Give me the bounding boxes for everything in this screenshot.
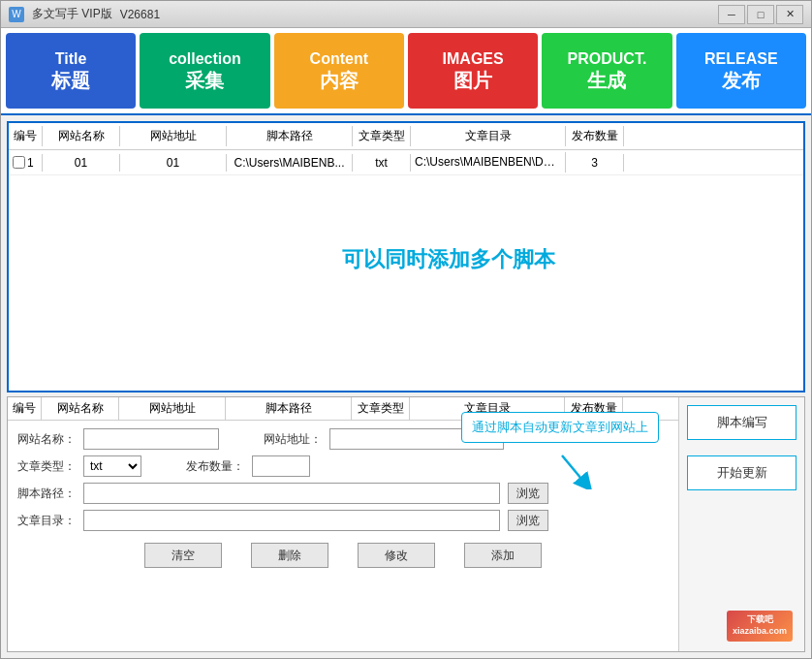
right-panel: 脚本编写 开始更新 下载吧xiazaiba.com bbox=[678, 397, 804, 651]
row-url: 01 bbox=[120, 154, 227, 172]
nav-images-cn: 图片 bbox=[453, 69, 492, 92]
nav-collection-cn: 采集 bbox=[185, 69, 224, 92]
col-header-no: 编号 bbox=[9, 126, 43, 146]
nav-content-en: Content bbox=[310, 49, 368, 68]
article-dir-label: 文章目录： bbox=[17, 513, 76, 529]
table-header: 编号 网站名称 网站地址 脚本路径 文章类型 文章目录 发布数量 bbox=[9, 123, 803, 150]
script-browse-button[interactable]: 浏览 bbox=[508, 483, 548, 504]
col-header-type: 文章类型 bbox=[353, 126, 411, 146]
add-button[interactable]: 添加 bbox=[464, 543, 542, 568]
col-header-dir: 文章目录 bbox=[411, 126, 566, 146]
row-dir: C:\Users\MAIBENBEN\Desktop\内容... bbox=[411, 152, 566, 173]
nav-title-en: Title bbox=[55, 49, 87, 68]
lower-section: 编号 网站名称 网站地址 脚本路径 文章类型 文章目录 发布数量 通过脚本自动更… bbox=[7, 396, 805, 652]
window-controls: ─ □ ✕ bbox=[718, 5, 803, 24]
watermark: 下载吧xiazaiba.com bbox=[721, 607, 798, 645]
nav-item-product[interactable]: PRODUCT. 生成 bbox=[542, 33, 671, 109]
app-icon: W bbox=[9, 7, 24, 22]
close-button[interactable]: ✕ bbox=[776, 5, 803, 24]
script-edit-button[interactable]: 脚本编写 bbox=[687, 405, 796, 440]
col-header-url: 网站地址 bbox=[120, 126, 227, 146]
script-path-label: 脚本路径： bbox=[17, 486, 76, 502]
article-type-select[interactable]: txt html xml bbox=[83, 455, 141, 477]
svg-line-1 bbox=[562, 455, 586, 485]
col-header-script: 脚本路径 bbox=[227, 126, 353, 146]
watermark-text: 下载吧xiazaiba.com bbox=[727, 611, 793, 641]
row-script: C:\Users\MAIBENB... bbox=[227, 154, 353, 172]
app-title: 多文写手 VIP版 bbox=[32, 6, 112, 22]
lower-col-type: 文章类型 bbox=[352, 397, 410, 420]
form-row-dir: 文章目录： 浏览 bbox=[17, 510, 669, 531]
lower-col-script: 脚本路径 bbox=[226, 397, 352, 420]
app-version: V26681 bbox=[120, 8, 160, 21]
nav-item-content[interactable]: Content 内容 bbox=[274, 33, 404, 109]
row-no: 1 bbox=[9, 154, 43, 172]
action-buttons: 清空 删除 修改 添加 bbox=[17, 537, 669, 574]
main-content: 编号 网站名称 网站地址 脚本路径 文章类型 文章目录 发布数量 1 01 01… bbox=[1, 115, 811, 658]
publish-count-input[interactable] bbox=[252, 455, 310, 477]
nav-bar: Title 标题 collection 采集 Content 内容 IMAGES… bbox=[1, 28, 811, 115]
lower-col-name: 网站名称 bbox=[42, 397, 119, 420]
row-count: 3 bbox=[566, 154, 624, 172]
start-update-button[interactable]: 开始更新 bbox=[687, 455, 796, 490]
publish-count-label: 发布数量： bbox=[186, 458, 244, 475]
nav-item-images[interactable]: IMAGES 图片 bbox=[408, 33, 538, 109]
nav-item-release[interactable]: RELEASE 发布 bbox=[676, 33, 806, 109]
upper-table-section: 编号 网站名称 网站地址 脚本路径 文章类型 文章目录 发布数量 1 01 01… bbox=[7, 121, 805, 392]
clear-button[interactable]: 清空 bbox=[144, 543, 222, 568]
site-url-label: 网站地址： bbox=[264, 431, 322, 448]
row-name: 01 bbox=[43, 154, 120, 172]
nav-product-cn: 生成 bbox=[587, 69, 626, 92]
nav-item-collection[interactable]: collection 采集 bbox=[140, 33, 269, 109]
hint-text: 可以同时添加多个脚本 bbox=[342, 245, 555, 274]
site-name-label: 网站名称： bbox=[17, 431, 76, 448]
nav-release-cn: 发布 bbox=[722, 69, 761, 92]
maximize-button[interactable]: □ bbox=[747, 5, 774, 24]
nav-collection-en: collection bbox=[169, 49, 241, 68]
nav-title-cn: 标题 bbox=[51, 69, 90, 92]
nav-images-en: IMAGES bbox=[443, 49, 504, 68]
col-header-name: 网站名称 bbox=[43, 126, 120, 146]
nav-product-en: PRODUCT. bbox=[568, 49, 647, 68]
form-section: 网站名称： 网站地址： 文章类型： txt html xml bbox=[8, 421, 678, 581]
nav-item-title[interactable]: Title 标题 bbox=[6, 33, 136, 109]
lower-col-no: 编号 bbox=[8, 397, 42, 420]
minimize-button[interactable]: ─ bbox=[718, 5, 745, 24]
main-window: W 多文写手 VIP版 V26681 ─ □ ✕ Title 标题 collec… bbox=[0, 0, 812, 659]
delete-button[interactable]: 删除 bbox=[251, 543, 328, 568]
article-dir-input[interactable] bbox=[83, 510, 500, 531]
modify-button[interactable]: 修改 bbox=[358, 543, 435, 568]
nav-content-cn: 内容 bbox=[320, 69, 359, 92]
table-row[interactable]: 1 01 01 C:\Users\MAIBENB... txt C:\Users… bbox=[9, 150, 803, 175]
title-bar: W 多文写手 VIP版 V26681 ─ □ ✕ bbox=[1, 1, 811, 28]
lower-col-url: 网站地址 bbox=[119, 397, 226, 420]
site-name-input[interactable] bbox=[83, 428, 219, 450]
row-checkbox[interactable] bbox=[13, 156, 25, 169]
row-type: txt bbox=[353, 154, 411, 172]
col-header-count: 发布数量 bbox=[566, 126, 624, 146]
nav-release-en: RELEASE bbox=[704, 49, 778, 68]
tooltip-arrow-icon bbox=[557, 451, 596, 489]
article-type-label: 文章类型： bbox=[17, 458, 76, 475]
tooltip-bubble: 通过脚本自动更新文章到网站上 bbox=[461, 412, 659, 443]
script-path-input[interactable] bbox=[83, 483, 500, 504]
title-bar-left: W 多文写手 VIP版 V26681 bbox=[9, 6, 160, 22]
dir-browse-button[interactable]: 浏览 bbox=[508, 510, 548, 531]
